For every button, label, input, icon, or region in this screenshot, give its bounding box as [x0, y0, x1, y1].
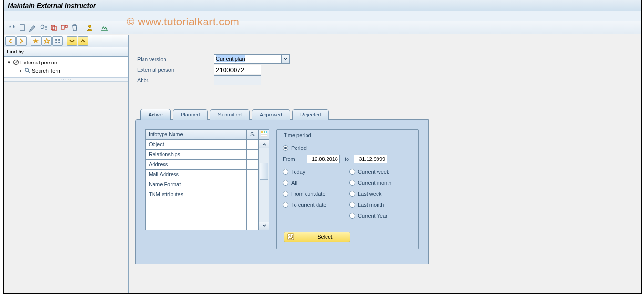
nav-star1-icon[interactable]: [31, 36, 41, 46]
radio-current-week-label[interactable]: Current week: [358, 169, 389, 175]
radio-current-month-label[interactable]: Current month: [358, 180, 391, 186]
svg-rect-20: [266, 131, 267, 133]
table-row[interactable]: Object: [145, 140, 259, 150]
radio-today[interactable]: [283, 169, 288, 175]
time-period-title: Time period: [283, 130, 412, 139]
status-tabs: Active Planned Submitted Approved Reject…: [140, 108, 641, 120]
collapse-arrow-icon[interactable]: ▾: [7, 59, 11, 65]
tree-node-external-person[interactable]: ▾ External person: [7, 58, 126, 66]
radio-from-curr-date[interactable]: [283, 191, 288, 197]
infotype-name-cell[interactable]: TNM attributes: [145, 190, 247, 200]
scroll-up-icon[interactable]: [259, 140, 269, 148]
tab-planned[interactable]: Planned: [173, 109, 208, 120]
scroll-thumb[interactable]: [260, 163, 268, 180]
svg-rect-0: [20, 25, 24, 31]
tree-leaf-bullet-icon: •: [18, 68, 23, 74]
radio-period-label[interactable]: Period: [291, 145, 307, 151]
person-icon[interactable]: [84, 22, 95, 33]
infotype-name-cell[interactable]: Object: [145, 140, 247, 150]
tree-node-label: External person: [20, 60, 57, 65]
tab-approved[interactable]: Approved: [252, 109, 290, 120]
radio-current-month[interactable]: [349, 180, 355, 186]
infotype-name-cell[interactable]: [145, 220, 247, 230]
delimit-icon[interactable]: [59, 22, 70, 33]
select-button[interactable]: Select.: [284, 232, 350, 242]
radio-last-week-label[interactable]: Last week: [358, 191, 382, 197]
svg-rect-22: [261, 136, 267, 137]
radio-to-current-date-label[interactable]: To current date: [291, 202, 326, 208]
radio-last-week[interactable]: [349, 191, 355, 197]
main-content: Plan version Current plan External perso…: [129, 35, 641, 293]
infotype-name-cell[interactable]: Mail Address: [145, 170, 247, 180]
nav-expand-icon[interactable]: [67, 36, 77, 46]
plan-version-dropdown[interactable]: Current plan: [214, 54, 290, 64]
radio-last-month-label[interactable]: Last month: [358, 202, 384, 208]
col-header-s[interactable]: S..: [247, 129, 259, 140]
table-settings-icon[interactable]: [259, 129, 269, 140]
infotype-name-cell[interactable]: Address: [145, 160, 247, 170]
nav-star2-icon[interactable]: [41, 36, 52, 46]
edit-icon[interactable]: [28, 22, 38, 33]
radio-to-current-date[interactable]: [283, 202, 288, 208]
radio-current-year[interactable]: [349, 213, 355, 219]
nav-back-icon[interactable]: [5, 36, 16, 46]
nav-collapse-icon[interactable]: [78, 36, 88, 46]
tab-submitted[interactable]: Submitted: [210, 109, 250, 120]
table-row[interactable]: Mail Address: [145, 170, 259, 180]
scroll-track[interactable]: [259, 148, 269, 222]
tree-node-search-term[interactable]: • Search Term: [18, 66, 126, 74]
infotype-s-cell[interactable]: [247, 190, 259, 200]
overview-icon[interactable]: [99, 22, 110, 33]
table-row[interactable]: Name Format: [145, 180, 259, 190]
to-date-input[interactable]: [354, 155, 387, 163]
radio-today-label[interactable]: Today: [291, 169, 305, 175]
svg-point-15: [25, 68, 28, 72]
find-by-header: Find by: [4, 47, 128, 57]
from-date-input[interactable]: [307, 155, 340, 163]
create-icon[interactable]: [17, 22, 28, 33]
radio-last-month[interactable]: [349, 202, 355, 208]
infotype-s-cell[interactable]: [247, 210, 259, 220]
splitter-handle[interactable]: • • • • •: [4, 78, 128, 82]
radio-current-year-label[interactable]: Current Year: [358, 213, 388, 219]
app-toolbar: [4, 21, 641, 34]
select-button-label: Select.: [304, 234, 347, 240]
infotype-s-cell[interactable]: [247, 170, 259, 180]
radio-from-curr-date-label[interactable]: From curr.date: [291, 191, 326, 197]
chevron-down-icon[interactable]: [281, 55, 289, 63]
radio-current-week[interactable]: [349, 169, 355, 175]
nav-tree-icon[interactable]: [52, 36, 63, 46]
table-row[interactable]: Address: [145, 160, 259, 170]
scroll-down-icon[interactable]: [259, 222, 269, 230]
infotype-s-cell[interactable]: [247, 200, 259, 210]
display-icon[interactable]: [38, 22, 49, 33]
radio-all-label[interactable]: All: [291, 180, 297, 186]
col-header-name[interactable]: Infotype Name: [145, 129, 247, 140]
infotype-s-cell[interactable]: [247, 220, 259, 230]
display-change-icon[interactable]: [7, 22, 17, 33]
table-row[interactable]: [145, 200, 259, 210]
tab-rejected[interactable]: Rejected: [292, 109, 329, 120]
infotype-name-cell[interactable]: [145, 210, 247, 220]
trash-icon[interactable]: [70, 22, 80, 33]
infotype-s-cell[interactable]: [247, 150, 259, 160]
infotype-name-cell[interactable]: Relationships: [145, 150, 247, 160]
plan-version-value: Current plan: [216, 55, 245, 62]
radio-all[interactable]: [283, 180, 288, 186]
infotype-s-cell[interactable]: [247, 160, 259, 170]
table-row[interactable]: [145, 210, 259, 220]
nav-forward-icon[interactable]: [16, 36, 27, 46]
svg-rect-9: [55, 39, 57, 41]
table-row[interactable]: TNM attributes: [145, 190, 259, 200]
radio-period[interactable]: [283, 145, 288, 151]
infotype-s-cell[interactable]: [247, 180, 259, 190]
infotype-name-cell[interactable]: Name Format: [145, 180, 247, 190]
infotype-s-cell[interactable]: [247, 140, 259, 150]
table-row[interactable]: Relationships: [145, 150, 259, 160]
infotype-name-cell[interactable]: [145, 200, 247, 210]
tab-active[interactable]: Active: [140, 109, 171, 120]
table-row[interactable]: [145, 220, 259, 230]
copy-icon[interactable]: [49, 22, 59, 33]
external-person-input[interactable]: [214, 65, 261, 74]
infotype-table: Infotype Name S.. ObjectRelationshipsAdd…: [145, 129, 269, 249]
